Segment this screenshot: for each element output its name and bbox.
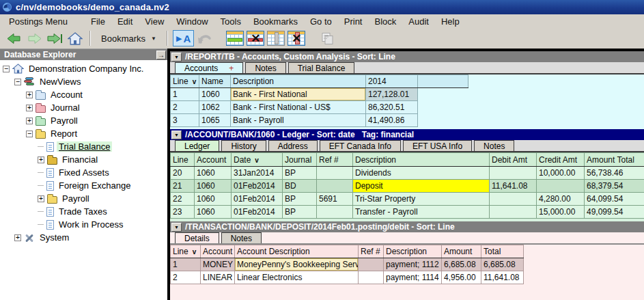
panel-menu-button[interactable]: ▼ bbox=[171, 223, 182, 232]
tab-details[interactable]: Details bbox=[175, 232, 219, 243]
tab-notes[interactable]: Notes bbox=[221, 232, 262, 243]
column-header-ref[interactable]: Ref # bbox=[359, 245, 384, 258]
cell-description[interactable]: Bank - Payroll bbox=[231, 114, 366, 127]
cell-description[interactable]: Transfer - Payroll bbox=[353, 206, 490, 219]
cell-description[interactable]: Dividends bbox=[353, 167, 490, 180]
delete-column-button[interactable]: ✕ bbox=[287, 29, 306, 47]
cell-description[interactable]: payment; 1114 bbox=[384, 271, 442, 284]
column-header-description[interactable]: Description bbox=[384, 245, 442, 258]
cell-amount-total[interactable]: 56,738.46 bbox=[585, 167, 644, 180]
cell-description[interactable]: payment; 1112 bbox=[384, 258, 442, 271]
cell-total[interactable]: 6,685.08 bbox=[481, 258, 524, 271]
tree-expander[interactable]: + bbox=[26, 118, 33, 124]
cell-date[interactable]: 01Feb2014 bbox=[232, 180, 283, 193]
menu-window[interactable]: Window bbox=[170, 16, 214, 27]
cell-account[interactable]: 1060 bbox=[195, 206, 232, 219]
tree-item-financial[interactable]: +Financial bbox=[0, 153, 167, 166]
cell-ref[interactable] bbox=[317, 167, 353, 180]
insert-column-button[interactable]: ✕ bbox=[266, 29, 285, 47]
cell-ref[interactable] bbox=[317, 180, 353, 193]
tab-accounts[interactable]: Accounts+ bbox=[175, 62, 243, 73]
menu-postings-menu[interactable]: Postings Menu bbox=[3, 16, 74, 27]
cell-account-description[interactable]: Linear Electronics bbox=[235, 271, 359, 284]
cell-debit-amt[interactable] bbox=[490, 167, 537, 180]
column-header-debit-amt[interactable]: Debit Amt bbox=[490, 153, 537, 167]
cell-amount[interactable]: 6,685.08 bbox=[442, 258, 481, 271]
column-header-line[interactable]: Line bbox=[171, 153, 195, 167]
cell-total[interactable]: 11,641.08 bbox=[481, 271, 524, 284]
column-header-line[interactable]: Linev bbox=[171, 75, 199, 88]
tree-item-payroll[interactable]: +Payroll bbox=[0, 192, 167, 205]
cell-account[interactable]: 1060 bbox=[195, 180, 232, 193]
column-header-total[interactable]: Total bbox=[481, 245, 524, 258]
cell-2014[interactable]: 86,320.51 bbox=[366, 101, 418, 114]
cell-line[interactable]: 2 bbox=[171, 271, 201, 284]
column-header-amount-total[interactable]: Amount Total bbox=[585, 153, 644, 167]
tree-item-account[interactable]: +Account bbox=[0, 88, 167, 101]
cell-ref[interactable]: 5691 bbox=[317, 193, 353, 206]
tree-expander[interactable]: + bbox=[26, 92, 33, 98]
menu-help[interactable]: Help bbox=[435, 16, 466, 27]
home-button[interactable] bbox=[66, 29, 85, 47]
cell-credit-amt[interactable]: 10,000.00 bbox=[537, 167, 585, 180]
tab-notes[interactable]: Notes bbox=[245, 62, 285, 73]
cell-line[interactable]: 2 bbox=[171, 101, 199, 114]
tree-expander[interactable]: − bbox=[26, 131, 33, 137]
cell-name[interactable]: 1062 bbox=[199, 101, 231, 114]
panel-menu-button[interactable]: ▼ bbox=[171, 131, 182, 139]
cell-account[interactable]: 1060 bbox=[195, 167, 232, 180]
cell-account[interactable]: MONEY bbox=[201, 258, 235, 271]
tree-item-journal[interactable]: +Journal bbox=[0, 101, 167, 114]
cell-2014[interactable]: 127,128.01 bbox=[366, 88, 418, 101]
cell-ref[interactable] bbox=[359, 271, 384, 284]
tab-address[interactable]: Address bbox=[268, 140, 318, 151]
cell-debit-amt[interactable] bbox=[490, 206, 537, 219]
nav-back-button[interactable] bbox=[4, 29, 23, 47]
tab-eft-canada-info[interactable]: EFT Canada Info bbox=[320, 140, 401, 151]
tree-expander[interactable]: − bbox=[14, 79, 21, 85]
cell-date[interactable]: 31Jan2014 bbox=[232, 167, 283, 180]
cell-amount-total[interactable]: 64,099.54 bbox=[585, 193, 644, 206]
tree-expander[interactable]: + bbox=[26, 105, 33, 111]
column-header-account[interactable]: Account bbox=[195, 153, 232, 167]
cell-credit-amt[interactable]: 4,280.00 bbox=[537, 193, 585, 206]
menu-bookmarks[interactable]: Bookmarks bbox=[247, 16, 304, 27]
cell-account[interactable]: LINEAR bbox=[201, 271, 235, 284]
column-header-line[interactable]: Linev bbox=[171, 245, 201, 258]
tree-item-report[interactable]: −Report bbox=[0, 127, 167, 140]
tree-item-work-in-process[interactable]: Work in Process bbox=[0, 218, 167, 231]
cell-account-description[interactable]: MoneyPenny's Bookkeeping Serv. bbox=[235, 258, 359, 271]
explorer-collapse-button[interactable]: → bbox=[156, 51, 166, 59]
column-header-journal[interactable]: Journal bbox=[283, 153, 317, 167]
column-header-credit-amt[interactable]: Credit Amt bbox=[537, 153, 585, 167]
cell-account[interactable]: 1060 bbox=[195, 193, 232, 206]
cell-ref[interactable] bbox=[359, 258, 384, 271]
insert-row-button[interactable]: ✕ bbox=[225, 29, 244, 47]
column-header-account-description[interactable]: Account Description bbox=[235, 245, 359, 258]
cell-journal[interactable]: BP bbox=[283, 167, 317, 180]
menu-block[interactable]: Block bbox=[368, 16, 402, 27]
tree-item-fixed-assets[interactable]: Fixed Assets bbox=[0, 166, 167, 179]
cell-line[interactable]: 1 bbox=[171, 258, 201, 271]
cell-name[interactable]: 1060 bbox=[199, 88, 231, 101]
tree-item-system[interactable]: +System bbox=[0, 231, 167, 244]
tree-item-trial-balance[interactable]: Trial Balance bbox=[0, 140, 167, 153]
cell-debit-amt[interactable] bbox=[490, 193, 537, 206]
cell-line[interactable]: 1 bbox=[171, 88, 199, 101]
cell-description[interactable]: Bank - First National bbox=[231, 88, 366, 101]
cell-ref[interactable] bbox=[317, 206, 353, 219]
column-header-description[interactable]: Description bbox=[231, 75, 366, 88]
cell-journal[interactable]: BD bbox=[283, 180, 317, 193]
cell-line[interactable]: 21 bbox=[171, 180, 195, 193]
cell-2014[interactable]: 41,490.86 bbox=[366, 114, 418, 127]
tab-eft-usa-info[interactable]: EFT USA Info bbox=[403, 140, 472, 151]
nav-forward-end-button[interactable] bbox=[45, 29, 64, 47]
cell-amount-total[interactable]: 49,099.54 bbox=[585, 206, 644, 219]
column-header-account[interactable]: Account bbox=[201, 245, 235, 258]
column-header-date[interactable]: Datev bbox=[232, 153, 283, 167]
tree-item-newviews[interactable]: −NewViews bbox=[0, 75, 167, 88]
tree-item-demonstration-company-inc[interactable]: −Demonstration Company Inc. bbox=[0, 62, 167, 75]
bookmarks-button[interactable]: Bookmarks▼ bbox=[96, 29, 162, 47]
cell-date[interactable]: 01Feb2014 bbox=[232, 206, 283, 219]
cell-description[interactable]: Deposit bbox=[353, 180, 490, 193]
